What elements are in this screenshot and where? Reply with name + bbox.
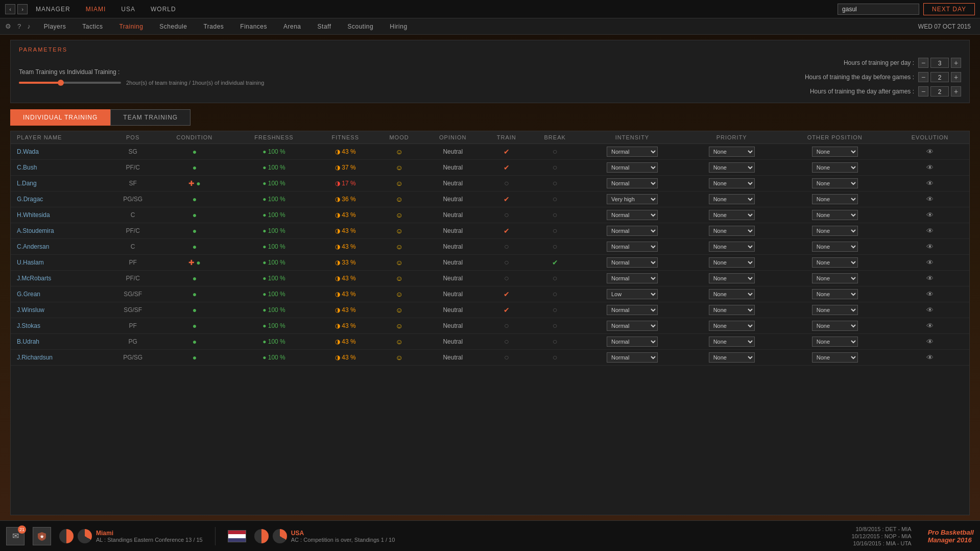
break-circle-icon[interactable]: ○ [553, 147, 558, 156]
col-pos[interactable]: POS [110, 131, 156, 144]
tab-schedule[interactable]: Schedule [152, 20, 194, 33]
priority-select[interactable]: NoneLowNormalHigh [709, 257, 755, 268]
break-circle-icon[interactable]: ○ [553, 321, 558, 330]
player-break-cell[interactable]: ○ [530, 286, 580, 302]
priority-select[interactable]: NoneLowNormalHigh [709, 273, 755, 283]
train-circle-icon[interactable]: ○ [504, 337, 509, 346]
tab-tactics[interactable]: Tactics [75, 20, 110, 33]
next-day-button[interactable]: NEXT DAY [923, 3, 975, 15]
train-circle-icon[interactable]: ○ [504, 321, 509, 330]
nav-world[interactable]: WORLD [151, 6, 176, 13]
otherpos-select[interactable]: None [812, 162, 858, 173]
col-opinion[interactable]: OPINION [422, 131, 483, 144]
player-break-cell[interactable]: ○ [530, 334, 580, 350]
break-circle-icon[interactable]: ○ [553, 210, 558, 219]
nav-miami[interactable]: MIAMI [86, 6, 106, 13]
otherpos-select[interactable]: None [812, 194, 858, 204]
tab-trades[interactable]: Trades [196, 20, 231, 33]
break-circle-icon[interactable]: ○ [553, 195, 558, 203]
train-check-icon[interactable]: ✔ [504, 195, 510, 203]
team-training-tab[interactable]: TEAM TRAINING [110, 109, 190, 126]
hours-before-minus[interactable]: − [918, 72, 928, 82]
player-break-cell[interactable]: ○ [530, 144, 580, 160]
nav-manager[interactable]: MANAGER [36, 6, 70, 13]
intensity-select[interactable]: NormalLowHighVery highMaximum [607, 242, 658, 252]
player-name[interactable]: H.Whitesida [17, 211, 50, 219]
col-freshness[interactable]: FRESHNESS [233, 131, 315, 144]
priority-select[interactable]: NoneLowNormalHigh [709, 226, 755, 236]
player-train-cell[interactable]: ✔ [483, 302, 530, 318]
otherpos-select[interactable]: None [812, 242, 858, 252]
eye-icon[interactable]: 👁 [926, 148, 934, 156]
break-circle-icon[interactable]: ○ [553, 179, 558, 187]
hours-after-minus[interactable]: − [918, 86, 928, 97]
back-arrow[interactable]: ‹ [5, 4, 15, 14]
break-circle-icon[interactable]: ○ [553, 242, 558, 251]
otherpos-select[interactable]: None [812, 321, 858, 331]
player-name[interactable]: A.Stoudemira [17, 227, 54, 234]
player-break-cell[interactable]: ○ [530, 302, 580, 318]
break-circle-icon[interactable]: ○ [553, 353, 558, 362]
tab-hiring[interactable]: Hiring [383, 20, 414, 33]
player-train-cell[interactable]: ✔ [483, 191, 530, 207]
player-train-cell[interactable]: ✔ [483, 286, 530, 302]
player-break-cell[interactable]: ○ [530, 271, 580, 286]
break-circle-icon[interactable]: ○ [553, 274, 558, 282]
priority-select[interactable]: NoneLowNormalHigh [709, 210, 755, 220]
player-name[interactable]: D.Wada [17, 148, 39, 155]
break-circle-icon[interactable]: ○ [553, 163, 558, 172]
otherpos-select[interactable]: None [812, 289, 858, 299]
train-circle-icon[interactable]: ○ [504, 258, 509, 267]
intensity-select[interactable]: NormalLowHighVery highMaximum [607, 257, 658, 268]
player-break-cell[interactable]: ○ [530, 350, 580, 366]
col-mood[interactable]: MOOD [376, 131, 422, 144]
player-break-cell[interactable]: ✔ [530, 255, 580, 271]
tab-finances[interactable]: Finances [233, 20, 274, 33]
player-name[interactable]: C.Andersan [17, 243, 49, 250]
intensity-select[interactable]: NormalLowHighVery highMaximum [607, 337, 658, 347]
otherpos-select[interactable]: None [812, 257, 858, 268]
intensity-select[interactable]: NormalLowHighVery highMaximum [607, 210, 658, 220]
player-break-cell[interactable]: ○ [530, 207, 580, 223]
priority-select[interactable]: NoneLowNormalHigh [709, 352, 755, 363]
player-train-cell[interactable]: ○ [483, 255, 530, 271]
player-train-cell[interactable]: ✔ [483, 144, 530, 160]
break-circle-icon[interactable]: ○ [553, 337, 558, 346]
train-circle-icon[interactable]: ○ [504, 179, 509, 187]
intensity-select[interactable]: NormalLowHighVery highMaximum [607, 194, 658, 204]
search-input[interactable] [838, 4, 919, 15]
slider-track[interactable] [19, 82, 121, 84]
player-train-cell[interactable]: ✔ [483, 160, 530, 176]
intensity-select[interactable]: NormalLowHighVery highMaximum [607, 147, 658, 157]
music-icon[interactable]: ♪ [27, 22, 31, 30]
col-train[interactable]: TRAIN [483, 131, 530, 144]
eye-icon[interactable]: 👁 [926, 179, 934, 187]
player-train-cell[interactable]: ○ [483, 176, 530, 191]
hours-per-day-plus[interactable]: + [951, 58, 961, 68]
eye-icon[interactable]: 👁 [926, 353, 934, 362]
train-circle-icon[interactable]: ○ [504, 353, 509, 362]
player-train-cell[interactable]: ✔ [483, 223, 530, 239]
priority-select[interactable]: NoneLowNormalHigh [709, 337, 755, 347]
player-break-cell[interactable]: ○ [530, 191, 580, 207]
player-train-cell[interactable]: ○ [483, 271, 530, 286]
player-name[interactable]: J.Richardsun [17, 354, 53, 361]
player-break-cell[interactable]: ○ [530, 318, 580, 334]
priority-select[interactable]: NoneLowNormalHigh [709, 305, 755, 315]
player-train-cell[interactable]: ○ [483, 239, 530, 255]
nav-usa[interactable]: USA [121, 6, 135, 13]
individual-training-tab[interactable]: INDIVIDUAL TRAINING [10, 109, 110, 126]
priority-select[interactable]: NoneLowNormalHigh [709, 321, 755, 331]
player-name[interactable]: C.Bush [17, 164, 37, 171]
eye-icon[interactable]: 👁 [926, 338, 934, 346]
shield-button[interactable]: ★ [33, 527, 51, 545]
otherpos-select[interactable]: None [812, 210, 858, 220]
otherpos-select[interactable]: None [812, 147, 858, 157]
hours-before-plus[interactable]: + [951, 72, 961, 82]
player-name[interactable]: G.Grean [17, 291, 40, 298]
otherpos-select[interactable]: None [812, 178, 858, 188]
otherpos-select[interactable]: None [812, 305, 858, 315]
col-player-name[interactable]: PLAYER NAME [11, 131, 110, 144]
intensity-select[interactable]: NormalLowHighVery highMaximum [607, 178, 658, 188]
forward-arrow[interactable]: › [17, 4, 28, 14]
